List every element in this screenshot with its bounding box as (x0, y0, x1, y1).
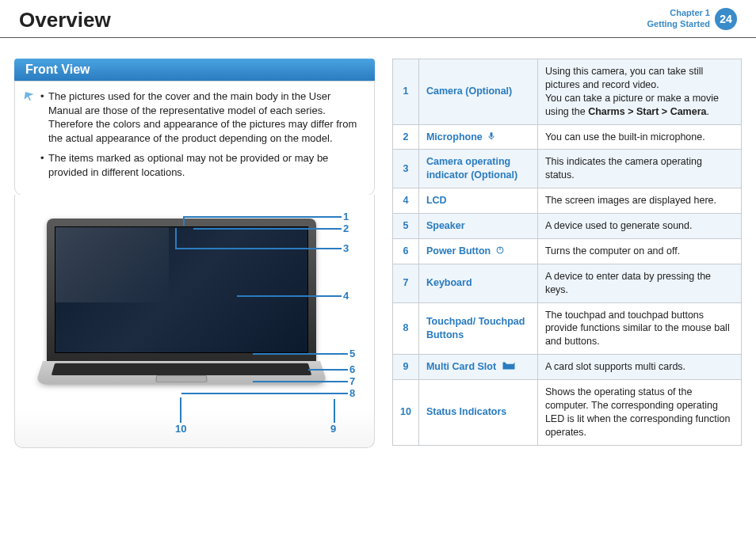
callout-6: 6 (349, 363, 355, 375)
part-description: A device used to generate sound. (537, 214, 741, 239)
part-number: 1 (393, 59, 419, 125)
leader-line (237, 295, 342, 297)
part-description: A card slot supports multi cards. (537, 355, 741, 380)
part-label: Power Button (418, 238, 537, 264)
leader-line (193, 228, 342, 230)
content-area: Front View The pictures used for the cov… (0, 38, 756, 448)
part-description: Shows the operating status of the comput… (537, 380, 741, 446)
callout-5: 5 (349, 348, 355, 359)
table-row: 4LCDThe screen images are displayed here… (393, 188, 742, 214)
left-column: Front View The pictures used for the cov… (14, 59, 375, 448)
sd-icon (499, 361, 517, 372)
page-number-badge: 24 (715, 8, 737, 30)
table-row: 2Microphone You can use the built-in mic… (393, 124, 742, 150)
part-description: Turns the computer on and off. (537, 238, 741, 264)
table-row: 6Power Button Turns the computer on and … (393, 238, 742, 264)
table-row: 10Status IndicatorsShows the operating s… (393, 380, 742, 446)
note-text: The items marked as optional may not be … (48, 152, 328, 178)
laptop-screen (55, 226, 308, 353)
chapter-line2: Getting Started (647, 19, 710, 30)
chapter-text: Chapter 1 Getting Started (647, 8, 710, 30)
part-number: 6 (393, 238, 419, 264)
part-description: Using this camera, you can take still pi… (537, 59, 741, 125)
part-label: Touchpad/ Touchpad Buttons (418, 302, 537, 355)
leader-line (183, 216, 342, 218)
callout-4: 4 (343, 290, 349, 302)
part-number: 2 (393, 124, 419, 150)
microphone-icon (485, 131, 496, 143)
laptop-diagram: 1 2 3 4 5 6 7 8 9 10 (14, 195, 375, 448)
table-row: 1Camera (Optional)Using this camera, you… (393, 59, 742, 125)
part-label: Microphone (418, 124, 537, 150)
table-row: 3Camera operating indicator (Optional)Th… (393, 150, 742, 188)
table-row: 8Touchpad/ Touchpad ButtonsThe touchpad … (393, 302, 742, 355)
note-item: The pictures used for the cover and the … (26, 89, 363, 145)
chapter-line1: Chapter 1 (647, 8, 710, 19)
part-label: Camera (Optional) (418, 59, 537, 125)
callout-3: 3 (343, 242, 349, 254)
note-box: The pictures used for the cover and the … (14, 81, 375, 196)
page-header: Overview Chapter 1 Getting Started 24 (0, 0, 756, 38)
part-description: A device to enter data by pressing the k… (537, 264, 741, 302)
power-icon (494, 245, 505, 257)
table-row: 9Multi Card Slot A card slot supports mu… (393, 355, 742, 380)
right-column: 1Camera (Optional)Using this camera, you… (392, 59, 742, 448)
section-heading: Front View (14, 59, 375, 81)
page-title: Overview (19, 8, 111, 32)
callout-2: 2 (343, 222, 349, 234)
part-number: 8 (393, 302, 419, 355)
callout-8: 8 (349, 387, 355, 399)
part-label: LCD (418, 188, 537, 214)
part-description: This indicates the camera operating stat… (537, 150, 741, 188)
leader-line (175, 248, 342, 249)
part-description: The touchpad and touchpad buttons provid… (537, 302, 741, 355)
leader-line (181, 393, 348, 394)
leader-line (175, 228, 177, 249)
note-text: The pictures used for the cover and the … (48, 90, 357, 144)
laptop-screen-bezel (47, 219, 316, 361)
part-number: 10 (393, 380, 419, 446)
note-list: The pictures used for the cover and the … (26, 89, 363, 179)
parts-table: 1Camera (Optional)Using this camera, you… (392, 59, 742, 446)
part-label: Speaker (418, 214, 537, 239)
callout-10: 10 (175, 423, 186, 435)
callout-9: 9 (330, 423, 336, 435)
part-description: The screen images are displayed here. (537, 188, 741, 214)
part-label: Keyboard (418, 264, 537, 302)
leader-line (253, 381, 348, 382)
leader-line (308, 369, 348, 371)
part-label: Status Indicators (418, 380, 537, 446)
callout-1: 1 (343, 211, 349, 222)
note-icon (23, 89, 37, 104)
laptop-illustration (47, 219, 316, 394)
part-label: Multi Card Slot (418, 355, 537, 380)
leader-line (183, 216, 185, 226)
part-number: 9 (393, 355, 419, 380)
part-number: 3 (393, 150, 419, 188)
leader-line (334, 399, 335, 423)
part-description: You can use the built-in microphone. (537, 124, 741, 150)
callout-7: 7 (349, 375, 355, 387)
part-label: Camera operating indicator (Optional) (418, 150, 537, 188)
part-number: 7 (393, 264, 419, 302)
chapter-block: Chapter 1 Getting Started 24 (647, 8, 737, 30)
leader-line (253, 353, 348, 355)
part-number: 5 (393, 214, 419, 239)
note-item: The items marked as optional may not be … (26, 151, 363, 179)
table-row: 7KeyboardA device to enter data by press… (393, 264, 742, 302)
table-row: 5SpeakerA device used to generate sound. (393, 214, 742, 239)
part-number: 4 (393, 188, 419, 214)
leader-line (180, 397, 181, 423)
